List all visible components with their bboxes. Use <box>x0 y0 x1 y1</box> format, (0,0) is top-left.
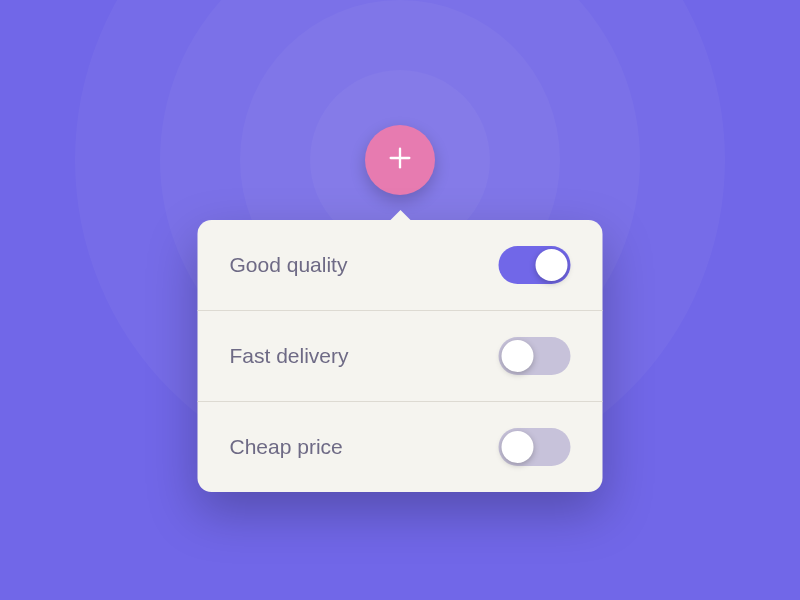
toggle-knob <box>502 431 534 463</box>
toggle-knob <box>502 340 534 372</box>
option-row-fast-delivery: Fast delivery <box>198 311 603 402</box>
toggle-fast-delivery[interactable] <box>499 337 571 375</box>
toggle-cheap-price[interactable] <box>499 428 571 466</box>
option-label: Good quality <box>230 253 348 277</box>
option-row-cheap-price: Cheap price <box>198 402 603 492</box>
option-label: Cheap price <box>230 435 343 459</box>
plus-icon <box>386 144 414 176</box>
option-row-good-quality: Good quality <box>198 220 603 311</box>
options-popover: Good quality Fast delivery Cheap price <box>198 220 603 492</box>
option-label: Fast delivery <box>230 344 349 368</box>
add-button[interactable] <box>365 125 435 195</box>
toggle-knob <box>536 249 568 281</box>
toggle-good-quality[interactable] <box>499 246 571 284</box>
